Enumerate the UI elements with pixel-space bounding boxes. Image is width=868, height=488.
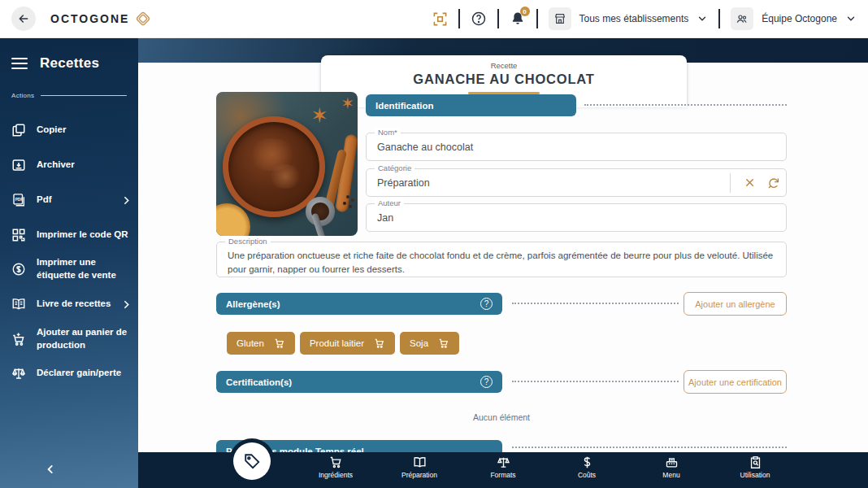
sidebar-item-imprimer-etiquette[interactable]: Imprimer une étiquette de vente xyxy=(0,253,138,285)
svg-text:PDF: PDF xyxy=(15,198,23,202)
change-category-icon[interactable] xyxy=(762,176,786,190)
sidebar-item-label: Archiver xyxy=(37,159,132,172)
copy-icon xyxy=(11,123,28,137)
tab-utilisation[interactable]: Utilisation xyxy=(720,455,790,479)
tab-menu[interactable]: Menu xyxy=(636,455,706,479)
scale-icon xyxy=(11,366,28,381)
section-allergens[interactable]: Allergène(s) ? xyxy=(216,293,502,315)
back-arrow-icon xyxy=(17,12,30,25)
author-field[interactable]: Auteur Jan xyxy=(366,203,787,232)
description-field-label: Description xyxy=(225,237,271,246)
section-certifications[interactable]: Certification(s) ? xyxy=(216,371,502,393)
dotted-divider xyxy=(512,447,787,448)
help-circle-icon[interactable]: ? xyxy=(480,298,493,310)
field-divider xyxy=(730,173,731,193)
dotted-divider xyxy=(512,303,679,304)
name-field[interactable]: Nom* Ganache au chocolat xyxy=(366,133,787,161)
tab-label: Menu xyxy=(662,471,679,479)
header-divider xyxy=(458,9,460,28)
tab-ingredients[interactable]: Ingrédients xyxy=(301,455,371,479)
description-field-value: Une préparation onctueuse et riche faite… xyxy=(228,249,776,277)
cart-icon xyxy=(438,338,449,349)
cart-icon xyxy=(374,338,385,349)
cart-icon xyxy=(274,338,285,349)
allergen-chip-label: Produit laitier xyxy=(310,338,364,348)
description-field[interactable]: Description Une préparation onctueuse et… xyxy=(216,242,787,277)
chevron-right-icon xyxy=(121,195,132,206)
allergen-chip-produit-laitier[interactable]: Produit laitier xyxy=(300,332,395,355)
chevron-right-icon xyxy=(121,299,132,310)
sidebar-item-panier-production[interactable]: Ajouter au panier de production xyxy=(0,323,138,355)
allergen-chip-soja[interactable]: Soja xyxy=(400,332,459,355)
tab-label: Formats xyxy=(490,471,515,479)
archive-icon xyxy=(11,158,28,172)
qr-scan-icon[interactable] xyxy=(432,11,448,27)
logo: OCTOGONE xyxy=(50,10,152,28)
tab-couts[interactable]: Coûts xyxy=(552,455,622,479)
notifications-bell-icon[interactable]: 0 xyxy=(510,11,526,27)
open-book-icon xyxy=(413,455,427,469)
scale-icon xyxy=(497,455,510,469)
dollar-icon xyxy=(580,455,594,469)
star-anise: ✶ xyxy=(310,103,328,129)
section-allergens-label: Allergène(s) xyxy=(226,299,280,309)
tab-label: Utilisation xyxy=(740,471,770,479)
tab-formats[interactable]: Formats xyxy=(468,455,538,479)
sidebar-item-label: Livre de recettes xyxy=(37,298,118,311)
category-field[interactable]: Catégorie Préparation xyxy=(366,168,787,197)
add-certification-button[interactable]: Ajouter une certification xyxy=(684,370,787,394)
sidebar-item-label: Déclarer gain/perte xyxy=(37,367,132,380)
sidebar-title: Recettes xyxy=(40,55,99,72)
header-actions: 0 Tous mes établissements Équipe Octogon… xyxy=(432,7,857,30)
chevron-down-icon xyxy=(845,13,857,24)
back-button[interactable] xyxy=(11,7,36,31)
spoon xyxy=(306,197,335,226)
clear-category-icon[interactable] xyxy=(738,176,762,189)
dotted-divider xyxy=(512,381,679,382)
sidebar-item-copier[interactable]: Copier xyxy=(0,120,138,141)
help-icon[interactable] xyxy=(471,11,487,27)
sidebar-item-pdf[interactable]: PDF Pdf xyxy=(0,190,138,211)
tab-label: Préparation xyxy=(401,471,437,479)
cart-plus-icon xyxy=(11,332,28,346)
sidebar-item-label: Ajouter au panier de production xyxy=(37,326,132,351)
notification-badge: 0 xyxy=(520,7,530,16)
sidebar-item-label: Imprimer le code QR xyxy=(37,229,132,242)
category-field-label: Catégorie xyxy=(375,163,414,172)
chevron-down-icon xyxy=(697,13,708,24)
star-anise: ✶ xyxy=(341,94,354,113)
main-content: Recette GANACHE AU CHOCOLAT ✶ ✶ Identi xyxy=(138,38,868,452)
sidebar: Recettes Actions Copier Archiver PDF Pdf… xyxy=(0,38,138,488)
recipe-photo: ✶ ✶ xyxy=(216,92,358,236)
cash-register-icon xyxy=(665,455,679,469)
sidebar-collapse-icon[interactable] xyxy=(45,464,56,478)
cocoa-bits xyxy=(346,195,349,198)
author-field-value: Jan xyxy=(377,212,393,224)
add-allergen-button[interactable]: Ajouter un allergène xyxy=(684,292,787,316)
pdf-icon: PDF xyxy=(11,193,28,207)
name-field-label: Nom* xyxy=(375,128,401,137)
header-divider xyxy=(536,9,538,28)
sidebar-item-archiver[interactable]: Archiver xyxy=(0,155,138,176)
allergen-chips: Gluten Produit laitier Soja xyxy=(227,332,459,355)
sidebar-item-imprimer-code-qr[interactable]: Imprimer le code QR xyxy=(0,224,138,246)
allergen-chip-gluten[interactable]: Gluten xyxy=(227,332,295,355)
tab-preparation[interactable]: Préparation xyxy=(384,455,454,479)
sidebar-header: Recettes xyxy=(11,54,132,72)
recipe-kicker: Recette xyxy=(321,61,687,70)
sidebar-item-label: Pdf xyxy=(37,194,118,207)
sidebar-item-livre-recettes[interactable]: Livre de recettes xyxy=(0,294,138,315)
app-window: OCTOGONE 0 Tous mes établ xyxy=(0,0,868,488)
author-field-label: Auteur xyxy=(375,198,404,207)
establishment-selector[interactable]: Tous mes établissements xyxy=(549,7,709,30)
recipe-book-icon xyxy=(11,297,28,312)
cart-icon xyxy=(329,455,343,469)
help-circle-icon[interactable]: ? xyxy=(480,376,493,388)
sidebar-item-declarer-gain-perte[interactable]: Déclarer gain/perte xyxy=(0,363,138,384)
sidebar-actions-header: Actions xyxy=(11,92,127,99)
menu-hamburger-icon[interactable] xyxy=(11,54,28,72)
section-identification[interactable]: Identification xyxy=(366,94,576,116)
tab-identification-active[interactable] xyxy=(233,442,271,480)
allergen-chip-label: Soja xyxy=(410,338,428,348)
team-selector[interactable]: Équipe Octogone xyxy=(731,7,857,30)
